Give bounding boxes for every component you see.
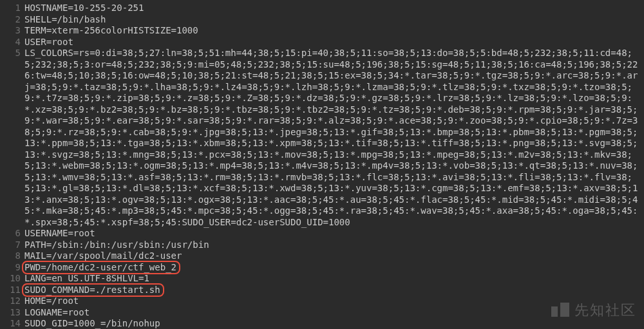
- line-number: 10: [0, 273, 24, 285]
- line-text[interactable]: PATH=/sbin:/bin:/usr/sbin:/usr/bin: [24, 240, 644, 251]
- code-line[interactable]: 2SHELL=/bin/bash: [0, 14, 644, 26]
- line-number: 2: [0, 14, 24, 26]
- watermark-text: 先知社区: [574, 301, 636, 319]
- line-text[interactable]: SUDO_COMMAND=./restart.sh: [24, 285, 644, 296]
- line-number: 1: [0, 3, 24, 14]
- code-line[interactable]: 9PWD=/home/dc2-user/ctf_web_2: [0, 262, 644, 274]
- svg-rect-0: [551, 306, 558, 317]
- line-number: 14: [0, 318, 24, 329]
- svg-rect-1: [560, 303, 569, 317]
- line-number: 4: [0, 37, 24, 48]
- watermark: 先知社区: [551, 301, 636, 319]
- line-number: 11: [0, 285, 24, 296]
- code-line[interactable]: 14SUDO_GID=1000_=/bin/nohup: [0, 318, 644, 329]
- line-text[interactable]: TERM=xterm-256colorHISTSIZE=1000: [24, 25, 644, 37]
- code-line[interactable]: 6USERNAME=root: [0, 228, 644, 240]
- line-number: 8: [0, 250, 24, 262]
- line-text[interactable]: SUDO_GID=1000_=/bin/nohup: [24, 318, 644, 329]
- code-line[interactable]: 5LS_COLORS=rs=0:di=38;5;27:ln=38;5;51:mh…: [0, 48, 644, 228]
- line-text[interactable]: MAIL=/var/spool/mail/dc2-user: [24, 250, 644, 262]
- line-text[interactable]: USER=root: [24, 37, 644, 48]
- line-text[interactable]: SHELL=/bin/bash: [24, 14, 644, 26]
- line-number: 3: [0, 25, 24, 37]
- line-number: 13: [0, 307, 24, 319]
- code-line[interactable]: 8MAIL=/var/spool/mail/dc2-user: [0, 250, 644, 262]
- line-number: 9: [0, 262, 24, 274]
- code-line[interactable]: 4USER=root: [0, 37, 644, 48]
- code-line[interactable]: 1HOSTNAME=10-255-20-251: [0, 3, 644, 14]
- highlighted-text: SUDO_COMMAND=./restart.sh: [24, 285, 160, 296]
- highlighted-text: PWD=/home/dc2-user/ctf_web_2: [24, 262, 176, 274]
- line-text[interactable]: USERNAME=root: [24, 228, 644, 240]
- code-line[interactable]: 7PATH=/sbin:/bin:/usr/sbin:/usr/bin: [0, 240, 644, 251]
- line-number: 6: [0, 228, 24, 240]
- code-line[interactable]: 10LANG=en_US.UTF-8SHLVL=1: [0, 273, 644, 285]
- line-text[interactable]: PWD=/home/dc2-user/ctf_web_2: [24, 262, 644, 274]
- line-text[interactable]: LANG=en_US.UTF-8SHLVL=1: [24, 273, 644, 285]
- code-line[interactable]: 11SUDO_COMMAND=./restart.sh: [0, 285, 644, 296]
- line-number: 7: [0, 240, 24, 251]
- watermark-icon: [551, 303, 569, 317]
- code-line[interactable]: 3TERM=xterm-256colorHISTSIZE=1000: [0, 25, 644, 37]
- code-line[interactable]: 13LOGNAME=root: [0, 307, 644, 319]
- line-number: 5: [0, 48, 24, 59]
- code-line[interactable]: 12HOME=/root: [0, 296, 644, 307]
- line-text[interactable]: HOSTNAME=10-255-20-251: [24, 3, 644, 14]
- line-text[interactable]: LS_COLORS=rs=0:di=38;5;27:ln=38;5;51:mh=…: [24, 48, 644, 228]
- line-number: 12: [0, 296, 24, 307]
- code-editor[interactable]: 1HOSTNAME=10-255-20-2512SHELL=/bin/bash3…: [0, 0, 644, 329]
